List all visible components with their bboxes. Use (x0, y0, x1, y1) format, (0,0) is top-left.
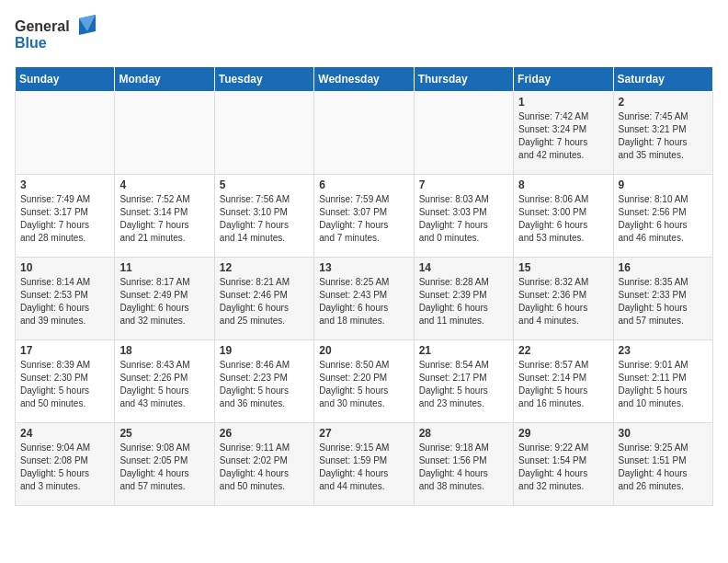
weekday-row: SundayMondayTuesdayWednesdayThursdayFrid… (16, 67, 713, 92)
calendar-cell: 13Sunrise: 8:25 AM Sunset: 2:43 PM Dayli… (314, 258, 414, 340)
day-number: 23 (619, 344, 708, 357)
calendar-cell: 21Sunrise: 8:54 AM Sunset: 2:17 PM Dayli… (414, 340, 513, 423)
calendar-cell: 26Sunrise: 9:11 AM Sunset: 2:02 PM Dayli… (214, 423, 313, 506)
day-info: Sunrise: 8:43 AM Sunset: 2:26 PM Dayligh… (119, 359, 209, 410)
day-number: 27 (319, 427, 408, 440)
day-number: 19 (220, 344, 309, 357)
calendar-header: SundayMondayTuesdayWednesdayThursdayFrid… (16, 67, 713, 92)
calendar-cell (214, 92, 313, 175)
day-number: 1 (518, 96, 608, 109)
calendar-cell (414, 92, 513, 175)
weekday-header-sunday: Sunday (16, 67, 115, 92)
day-info: Sunrise: 9:01 AM Sunset: 2:11 PM Dayligh… (619, 359, 708, 410)
day-info: Sunrise: 8:57 AM Sunset: 2:14 PM Dayligh… (518, 359, 608, 410)
day-number: 18 (119, 344, 209, 357)
calendar-cell: 16Sunrise: 8:35 AM Sunset: 2:33 PM Dayli… (613, 258, 712, 340)
weekday-header-thursday: Thursday (414, 67, 513, 92)
calendar-cell: 8Sunrise: 8:06 AM Sunset: 3:00 PM Daylig… (514, 175, 613, 258)
day-info: Sunrise: 7:56 AM Sunset: 3:10 PM Dayligh… (220, 193, 309, 245)
day-info: Sunrise: 8:46 AM Sunset: 2:23 PM Dayligh… (220, 359, 309, 410)
page-header: GeneralBlue (15, 15, 713, 55)
calendar-cell (314, 92, 414, 175)
calendar-week-1: 1Sunrise: 7:42 AM Sunset: 3:24 PM Daylig… (16, 92, 713, 175)
logo: GeneralBlue (15, 15, 97, 55)
day-number: 6 (319, 178, 408, 191)
day-number: 24 (20, 427, 109, 440)
calendar-cell: 10Sunrise: 8:14 AM Sunset: 2:53 PM Dayli… (16, 258, 115, 340)
calendar-cell: 19Sunrise: 8:46 AM Sunset: 2:23 PM Dayli… (214, 340, 313, 423)
day-number: 25 (119, 427, 209, 440)
calendar-cell: 14Sunrise: 8:28 AM Sunset: 2:39 PM Dayli… (414, 258, 513, 340)
day-number: 14 (419, 261, 508, 274)
day-number: 20 (319, 344, 408, 357)
calendar-cell: 20Sunrise: 8:50 AM Sunset: 2:20 PM Dayli… (314, 340, 414, 423)
weekday-header-wednesday: Wednesday (314, 67, 414, 92)
calendar-cell: 1Sunrise: 7:42 AM Sunset: 3:24 PM Daylig… (514, 92, 613, 175)
calendar-cell: 25Sunrise: 9:08 AM Sunset: 2:05 PM Dayli… (115, 423, 214, 506)
day-info: Sunrise: 8:54 AM Sunset: 2:17 PM Dayligh… (419, 359, 508, 410)
day-number: 15 (518, 261, 608, 274)
weekday-header-monday: Monday (115, 67, 214, 92)
weekday-header-tuesday: Tuesday (214, 67, 313, 92)
day-info: Sunrise: 9:11 AM Sunset: 2:02 PM Dayligh… (220, 442, 309, 493)
calendar-cell (16, 92, 115, 175)
logo-icon: GeneralBlue (15, 15, 97, 55)
day-info: Sunrise: 8:32 AM Sunset: 2:36 PM Dayligh… (518, 276, 608, 327)
day-number: 26 (220, 427, 309, 440)
day-info: Sunrise: 7:42 AM Sunset: 3:24 PM Dayligh… (518, 110, 608, 162)
calendar-cell: 27Sunrise: 9:15 AM Sunset: 1:59 PM Dayli… (314, 423, 414, 506)
day-number: 16 (619, 261, 708, 274)
day-number: 29 (518, 427, 608, 440)
day-number: 22 (518, 344, 608, 357)
day-number: 3 (20, 178, 109, 191)
calendar-cell: 18Sunrise: 8:43 AM Sunset: 2:26 PM Dayli… (115, 340, 214, 423)
weekday-header-friday: Friday (514, 67, 613, 92)
day-info: Sunrise: 8:50 AM Sunset: 2:20 PM Dayligh… (319, 359, 408, 410)
day-number: 28 (419, 427, 508, 440)
day-info: Sunrise: 8:14 AM Sunset: 2:53 PM Dayligh… (20, 276, 109, 327)
day-info: Sunrise: 9:08 AM Sunset: 2:05 PM Dayligh… (119, 442, 209, 493)
day-number: 30 (619, 427, 708, 440)
day-number: 5 (220, 178, 309, 191)
day-number: 17 (20, 344, 109, 357)
day-info: Sunrise: 9:25 AM Sunset: 1:51 PM Dayligh… (619, 442, 708, 493)
calendar-cell: 11Sunrise: 8:17 AM Sunset: 2:49 PM Dayli… (115, 258, 214, 340)
day-number: 8 (518, 178, 608, 191)
calendar-week-5: 24Sunrise: 9:04 AM Sunset: 2:08 PM Dayli… (16, 423, 713, 506)
day-number: 21 (419, 344, 508, 357)
day-info: Sunrise: 9:22 AM Sunset: 1:54 PM Dayligh… (518, 442, 608, 493)
calendar-cell: 23Sunrise: 9:01 AM Sunset: 2:11 PM Dayli… (613, 340, 712, 423)
day-info: Sunrise: 8:25 AM Sunset: 2:43 PM Dayligh… (319, 276, 408, 327)
day-info: Sunrise: 8:17 AM Sunset: 2:49 PM Dayligh… (119, 276, 209, 327)
calendar-cell: 28Sunrise: 9:18 AM Sunset: 1:56 PM Dayli… (414, 423, 513, 506)
day-info: Sunrise: 9:18 AM Sunset: 1:56 PM Dayligh… (419, 442, 508, 493)
calendar-cell: 9Sunrise: 8:10 AM Sunset: 2:56 PM Daylig… (613, 175, 712, 258)
day-info: Sunrise: 8:39 AM Sunset: 2:30 PM Dayligh… (20, 359, 109, 410)
day-number: 4 (119, 178, 209, 191)
svg-text:General: General (15, 18, 70, 34)
calendar-cell: 29Sunrise: 9:22 AM Sunset: 1:54 PM Dayli… (514, 423, 613, 506)
day-number: 9 (619, 178, 708, 191)
day-info: Sunrise: 7:49 AM Sunset: 3:17 PM Dayligh… (20, 193, 109, 245)
svg-text:Blue: Blue (15, 35, 47, 51)
day-number: 2 (619, 96, 708, 109)
calendar-cell: 12Sunrise: 8:21 AM Sunset: 2:46 PM Dayli… (214, 258, 313, 340)
calendar-week-2: 3Sunrise: 7:49 AM Sunset: 3:17 PM Daylig… (16, 175, 713, 258)
calendar-week-3: 10Sunrise: 8:14 AM Sunset: 2:53 PM Dayli… (16, 258, 713, 340)
day-number: 12 (220, 261, 309, 274)
weekday-header-saturday: Saturday (613, 67, 712, 92)
day-info: Sunrise: 8:21 AM Sunset: 2:46 PM Dayligh… (220, 276, 309, 327)
calendar-cell: 24Sunrise: 9:04 AM Sunset: 2:08 PM Dayli… (16, 423, 115, 506)
day-info: Sunrise: 8:28 AM Sunset: 2:39 PM Dayligh… (419, 276, 508, 327)
calendar-cell: 5Sunrise: 7:56 AM Sunset: 3:10 PM Daylig… (214, 175, 313, 258)
calendar-cell: 15Sunrise: 8:32 AM Sunset: 2:36 PM Dayli… (514, 258, 613, 340)
day-info: Sunrise: 8:03 AM Sunset: 3:03 PM Dayligh… (419, 193, 508, 245)
day-info: Sunrise: 8:10 AM Sunset: 2:56 PM Dayligh… (619, 193, 708, 245)
calendar-cell: 17Sunrise: 8:39 AM Sunset: 2:30 PM Dayli… (16, 340, 115, 423)
day-info: Sunrise: 8:06 AM Sunset: 3:00 PM Dayligh… (518, 193, 608, 245)
day-number: 7 (419, 178, 508, 191)
day-number: 10 (20, 261, 109, 274)
calendar-cell: 4Sunrise: 7:52 AM Sunset: 3:14 PM Daylig… (115, 175, 214, 258)
calendar-week-4: 17Sunrise: 8:39 AM Sunset: 2:30 PM Dayli… (16, 340, 713, 423)
calendar-cell (115, 92, 214, 175)
